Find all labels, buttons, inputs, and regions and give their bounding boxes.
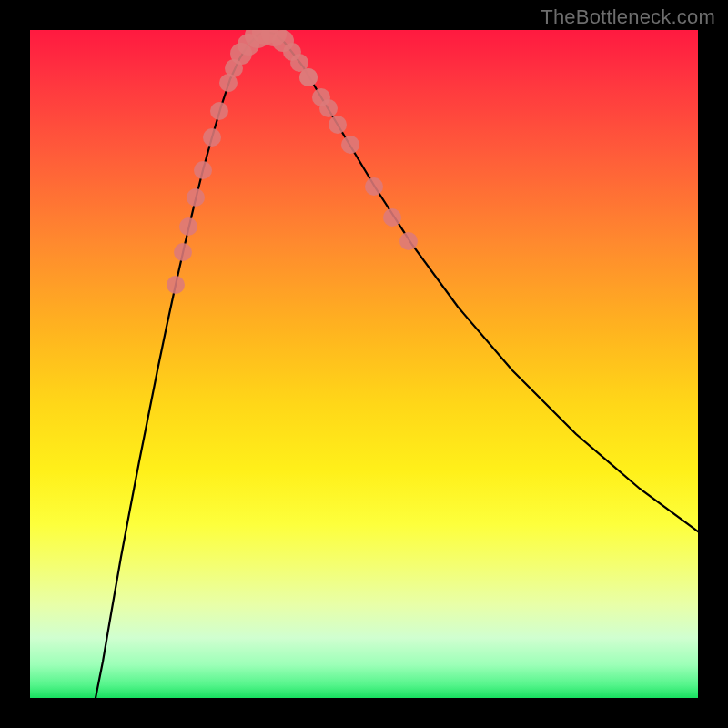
curve-marker — [319, 99, 338, 117]
curve-marker — [383, 208, 401, 227]
chart-frame: TheBottleneck.com — [0, 0, 728, 728]
curve-marker — [299, 68, 318, 86]
curve-marker — [194, 161, 212, 179]
chart-svg — [30, 30, 698, 698]
curve-marker — [365, 177, 383, 196]
curve-marker — [187, 188, 205, 207]
curve-marker — [167, 276, 185, 294]
curve-marker — [341, 136, 359, 154]
watermark-text: TheBottleneck.com — [541, 5, 715, 29]
curve-marker — [210, 102, 228, 120]
bottleneck-curve — [96, 32, 698, 698]
curve-marker — [174, 243, 192, 261]
chart-plot-area — [30, 30, 698, 698]
curve-marker — [329, 116, 347, 134]
curve-marker — [203, 128, 221, 147]
curve-markers — [167, 30, 418, 294]
curve-marker — [399, 232, 418, 250]
curve-marker — [179, 217, 197, 236]
